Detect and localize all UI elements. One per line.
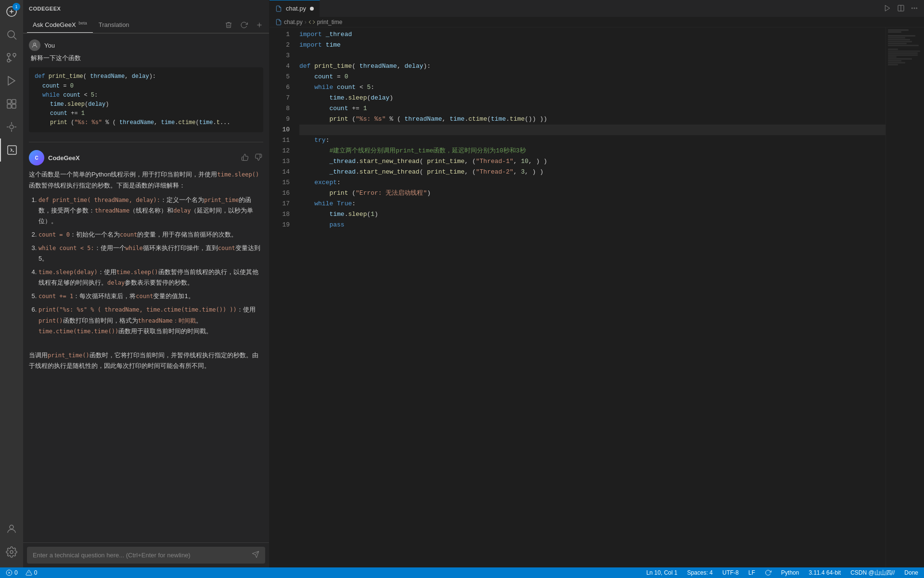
svg-marker-20: [885, 5, 889, 11]
activity-source-control[interactable]: [0, 46, 23, 69]
refresh-button[interactable]: [238, 19, 250, 31]
code-line-5: count = 0: [299, 72, 886, 82]
editor-tab-bar: chat.py: [270, 0, 924, 17]
ai-points-list: def print_time( threadName, delay):：定义一个…: [29, 195, 263, 337]
line-num-14: 14: [270, 167, 290, 177]
line-num-11: 11: [270, 135, 290, 146]
code-content[interactable]: import _thread import time def print_tim…: [294, 27, 886, 567]
svg-point-24: [914, 8, 915, 9]
delete-button[interactable]: [223, 19, 234, 31]
svg-point-23: [911, 8, 912, 9]
code-line-6: while count < 5:: [299, 82, 886, 93]
ai-message: C CodeGeeX: [29, 150, 263, 375]
activity-codegeex-panel[interactable]: [0, 138, 23, 162]
ai-header: C CodeGeeX: [29, 150, 263, 165]
line-num-12: 12: [270, 146, 290, 156]
activity-bar: 1: [0, 0, 23, 567]
breadcrumb-separator: ›: [305, 19, 307, 25]
notification-badge: 1: [13, 3, 20, 11]
svg-rect-10: [12, 104, 16, 108]
status-errors[interactable]: 0: [4, 569, 20, 576]
status-done[interactable]: Done: [902, 569, 920, 576]
chat-input[interactable]: [33, 552, 248, 559]
code-line-8: count += 1: [299, 103, 886, 114]
chat-area: You 解释一下这个函数 def print_time( threadName,…: [23, 34, 269, 542]
activity-codegeex[interactable]: 1: [0, 0, 23, 23]
line-num-8: 8: [270, 103, 290, 114]
status-line-ending[interactable]: LF: [746, 569, 757, 576]
input-area: [23, 542, 269, 567]
activity-search[interactable]: [0, 23, 23, 46]
svg-point-3: [7, 53, 10, 56]
tab-ask-codegeex[interactable]: Ask CodeGeeX beta: [27, 17, 93, 33]
status-bar-left: 0 0: [4, 569, 39, 576]
activity-run[interactable]: [0, 69, 23, 92]
code-line-11: try:: [299, 135, 886, 146]
tab-modified-dot: [310, 7, 314, 11]
status-csdn[interactable]: CSDN @山山四//: [848, 569, 897, 577]
status-version[interactable]: 3.11.4 64-bit: [807, 569, 843, 576]
input-box: [27, 547, 265, 564]
svg-rect-7: [7, 100, 11, 103]
code-line-14: _thread.start_new_thread( print_time, ("…: [299, 167, 886, 177]
breadcrumb-file-icon: [275, 19, 282, 25]
warning-icon: [26, 569, 32, 576]
svg-line-2: [14, 37, 17, 40]
send-button[interactable]: [252, 551, 259, 560]
ai-name: CodeGeeX: [48, 154, 80, 162]
run-button[interactable]: [882, 2, 893, 14]
error-icon: [6, 569, 13, 576]
status-spaces[interactable]: Spaces: 4: [685, 569, 715, 576]
status-warnings[interactable]: 0: [24, 569, 39, 576]
status-bar-right: Ln 10, Col 1 Spaces: 4 UTF-8 LF Python 3…: [644, 569, 920, 577]
line-num-4: 4: [270, 61, 290, 72]
svg-point-13: [10, 525, 13, 529]
svg-marker-6: [8, 76, 15, 85]
ai-point-4: time.sleep(delay)：使用time.sleep()函数暂停当前线程…: [38, 267, 263, 288]
activity-debug[interactable]: [0, 115, 23, 138]
breadcrumb-symbol[interactable]: print_time: [317, 19, 343, 25]
code-line-13: _thread.start_new_thread( print_time, ("…: [299, 156, 886, 167]
split-editor-button[interactable]: [895, 2, 907, 14]
ai-actions: [240, 152, 263, 163]
status-language[interactable]: Python: [779, 569, 801, 576]
code-line-1: import _thread: [299, 29, 886, 40]
status-encoding[interactable]: UTF-8: [720, 569, 741, 576]
code-line-2: import time: [299, 40, 886, 50]
user-header: You: [29, 39, 263, 51]
line-num-9: 9: [270, 114, 290, 125]
status-python-icon[interactable]: [763, 569, 773, 576]
breadcrumb-file[interactable]: chat.py: [284, 19, 303, 25]
svg-point-1: [8, 31, 14, 38]
ai-point-6: print("%s: %s" % ( threadName, time.ctim…: [38, 304, 263, 336]
user-avatar: [29, 39, 40, 51]
thumbs-up-button[interactable]: [240, 152, 250, 163]
user-code-block: def print_time( threadName, delay): coun…: [29, 67, 263, 132]
activity-extensions[interactable]: [0, 92, 23, 115]
editor-area: chat.py: [270, 0, 924, 567]
more-actions-button[interactable]: [909, 2, 920, 14]
status-line-col[interactable]: Ln 10, Col 1: [644, 569, 680, 576]
svg-point-11: [10, 125, 13, 129]
user-message: You 解释一下这个函数 def print_time( threadName,…: [29, 39, 263, 134]
activity-account[interactable]: [0, 517, 23, 540]
code-line-15: except:: [299, 177, 886, 188]
editor-tab-chat-py[interactable]: chat.py: [270, 0, 320, 17]
tab-translation[interactable]: Translation: [93, 17, 135, 33]
code-line-3: [299, 50, 886, 61]
add-button[interactable]: [254, 19, 265, 31]
line-num-13: 13: [270, 156, 290, 167]
code-line-4: def print_time( threadName, delay):: [299, 61, 886, 72]
panel-title: CODEGEEX: [29, 6, 61, 12]
line-num-16: 16: [270, 188, 290, 199]
line-num-17: 17: [270, 199, 290, 209]
line-num-3: 3: [270, 50, 290, 61]
svg-rect-8: [12, 100, 16, 103]
code-line-9: print ("%s: %s" % ( threadName, time.cti…: [299, 114, 886, 125]
line-num-6: 6: [270, 82, 290, 93]
activity-settings[interactable]: [0, 540, 23, 564]
user-label: You: [44, 42, 55, 49]
code-line-17: while True:: [299, 199, 886, 209]
thumbs-down-button[interactable]: [254, 152, 263, 163]
line-num-1: 1: [270, 29, 290, 40]
